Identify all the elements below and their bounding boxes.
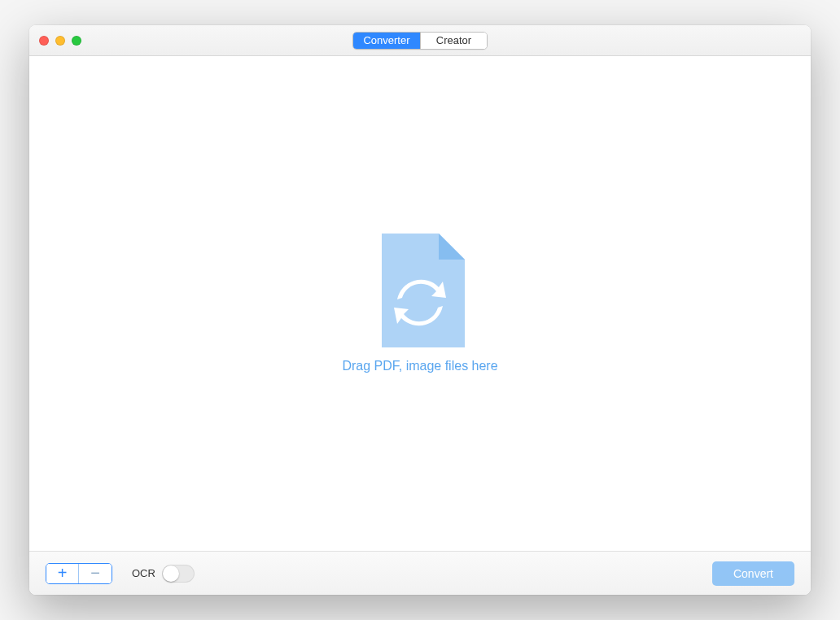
- footer-toolbar: + − OCR Convert: [29, 551, 811, 595]
- file-convert-icon: [375, 234, 465, 347]
- ocr-label: OCR: [132, 567, 155, 579]
- add-remove-group: + −: [46, 563, 112, 584]
- mode-segmented-control: Converter Creator: [352, 32, 488, 50]
- drop-zone[interactable]: Drag PDF, image files here: [29, 56, 811, 551]
- ocr-toggle-knob: [163, 565, 179, 582]
- mode-converter-tab[interactable]: Converter: [353, 33, 420, 49]
- close-icon[interactable]: [39, 36, 49, 46]
- drop-hint-text: Drag PDF, image files here: [342, 359, 497, 373]
- convert-button[interactable]: Convert: [712, 561, 794, 586]
- titlebar: Converter Creator: [29, 25, 811, 56]
- app-window: Converter Creator Drag PDF, image files …: [29, 25, 811, 595]
- zoom-icon[interactable]: [72, 36, 81, 46]
- ocr-group: OCR: [132, 565, 195, 583]
- add-file-button[interactable]: +: [46, 564, 79, 583]
- minimize-icon[interactable]: [55, 36, 65, 46]
- ocr-toggle[interactable]: [162, 565, 195, 583]
- mode-creator-tab[interactable]: Creator: [420, 33, 487, 49]
- remove-file-button[interactable]: −: [79, 564, 112, 583]
- window-controls: [39, 36, 81, 46]
